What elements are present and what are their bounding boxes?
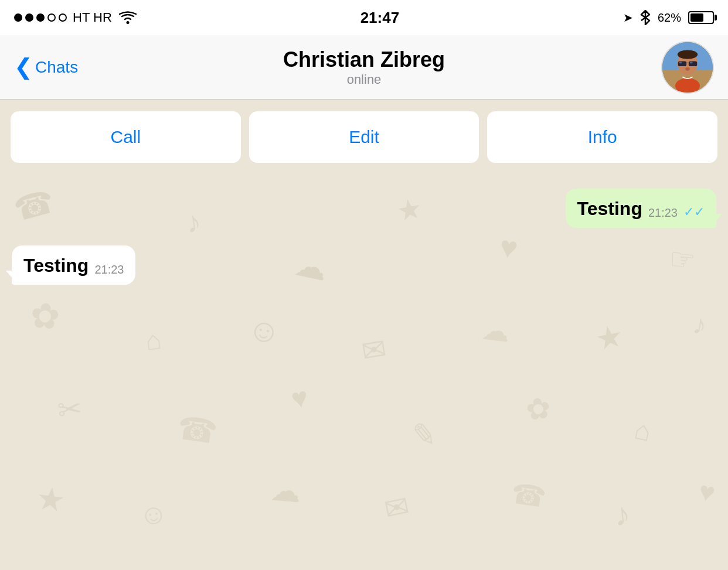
svg-text:♪: ♪ bbox=[690, 309, 709, 341]
signal-dot-5 bbox=[59, 13, 67, 22]
contact-status: online bbox=[283, 72, 445, 87]
signal-dot-4 bbox=[47, 13, 56, 22]
info-label: Info bbox=[588, 127, 617, 147]
status-time: 21:47 bbox=[360, 9, 400, 27]
svg-rect-13 bbox=[679, 62, 682, 63]
svg-text:★: ★ bbox=[35, 479, 67, 519]
location-icon: ➤ bbox=[623, 11, 633, 25]
battery-fill bbox=[690, 13, 703, 22]
svg-text:♥: ♥ bbox=[289, 381, 311, 415]
svg-point-15 bbox=[685, 67, 690, 71]
svg-text:✉: ✉ bbox=[382, 489, 413, 527]
bubble-incoming: Testing 21:23 bbox=[12, 245, 135, 285]
signal-dot-2 bbox=[25, 13, 33, 22]
svg-point-16 bbox=[675, 78, 700, 94]
call-button[interactable]: Call bbox=[11, 111, 241, 163]
avatar-image bbox=[662, 41, 713, 94]
bubble-outgoing: Testing 21:23 ✓✓ bbox=[566, 189, 716, 228]
nav-center: Christian Zibreg online bbox=[283, 47, 445, 87]
status-bar: HT HR 21:47 ➤ 62% bbox=[0, 0, 728, 35]
msg-time-outgoing: 21:23 bbox=[648, 206, 678, 220]
svg-text:✿: ✿ bbox=[524, 391, 553, 427]
svg-text:☺: ☺ bbox=[137, 497, 170, 532]
avatar[interactable] bbox=[661, 41, 714, 94]
svg-text:♪: ♪ bbox=[613, 496, 632, 532]
signal-dot-3 bbox=[36, 13, 45, 22]
svg-text:★: ★ bbox=[593, 318, 626, 357]
svg-text:☁: ☁ bbox=[480, 313, 512, 347]
msg-time-incoming: 21:23 bbox=[94, 263, 124, 277]
chevron-left-icon: ❮ bbox=[14, 56, 33, 78]
svg-point-0 bbox=[126, 21, 129, 24]
info-button[interactable]: Info bbox=[487, 111, 717, 163]
signal-dots bbox=[14, 13, 67, 22]
svg-text:☎: ☎ bbox=[175, 409, 220, 450]
svg-text:✂: ✂ bbox=[56, 392, 84, 427]
battery-icon bbox=[688, 11, 714, 24]
message-outgoing: Testing 21:23 ✓✓ bbox=[12, 189, 716, 228]
svg-text:☺: ☺ bbox=[245, 310, 284, 351]
svg-rect-11 bbox=[689, 61, 697, 66]
contact-name: Christian Zibreg bbox=[283, 47, 445, 72]
action-buttons-row: Call Edit Info bbox=[0, 100, 728, 175]
chat-messages: Testing 21:23 ✓✓ Testing 21:23 bbox=[12, 189, 716, 285]
status-left: HT HR bbox=[14, 10, 137, 25]
back-button[interactable]: ❮ Chats bbox=[14, 57, 78, 78]
svg-text:✎: ✎ bbox=[410, 417, 439, 453]
chat-area: ☎ ✂ ♪ ☁ ★ ♥ ✎ ☞ ✿ ⌂ ☺ ✉ ☁ ★ ♪ ✂ ☎ ♥ ✎ ✿ … bbox=[0, 175, 728, 570]
svg-text:☎: ☎ bbox=[509, 477, 549, 513]
nav-bar: ❮ Chats Christian Zibreg online bbox=[0, 35, 728, 100]
edit-label: Edit bbox=[349, 127, 379, 147]
svg-text:✉: ✉ bbox=[359, 332, 389, 368]
carrier-name: HT HR bbox=[73, 10, 112, 25]
back-label: Chats bbox=[35, 58, 78, 77]
bluetooth-icon bbox=[640, 10, 651, 25]
msg-text-incoming: Testing bbox=[23, 255, 89, 277]
svg-text:✿: ✿ bbox=[29, 295, 62, 337]
signal-dot-1 bbox=[14, 13, 22, 22]
msg-text-outgoing: Testing bbox=[577, 198, 642, 220]
status-right: ➤ 62% bbox=[623, 10, 714, 25]
svg-rect-14 bbox=[690, 62, 693, 63]
message-incoming: Testing 21:23 bbox=[12, 245, 716, 285]
svg-text:⌂: ⌂ bbox=[144, 325, 163, 356]
msg-ticks-outgoing: ✓✓ bbox=[683, 204, 705, 220]
wifi-icon bbox=[119, 11, 137, 24]
battery-percent: 62% bbox=[658, 11, 681, 25]
svg-rect-10 bbox=[678, 61, 686, 66]
svg-point-9 bbox=[678, 50, 698, 59]
edit-button[interactable]: Edit bbox=[249, 111, 479, 163]
call-label: Call bbox=[110, 127, 141, 147]
svg-text:♥: ♥ bbox=[696, 476, 717, 508]
svg-text:⌂: ⌂ bbox=[632, 414, 654, 447]
svg-text:☁: ☁ bbox=[269, 472, 302, 508]
